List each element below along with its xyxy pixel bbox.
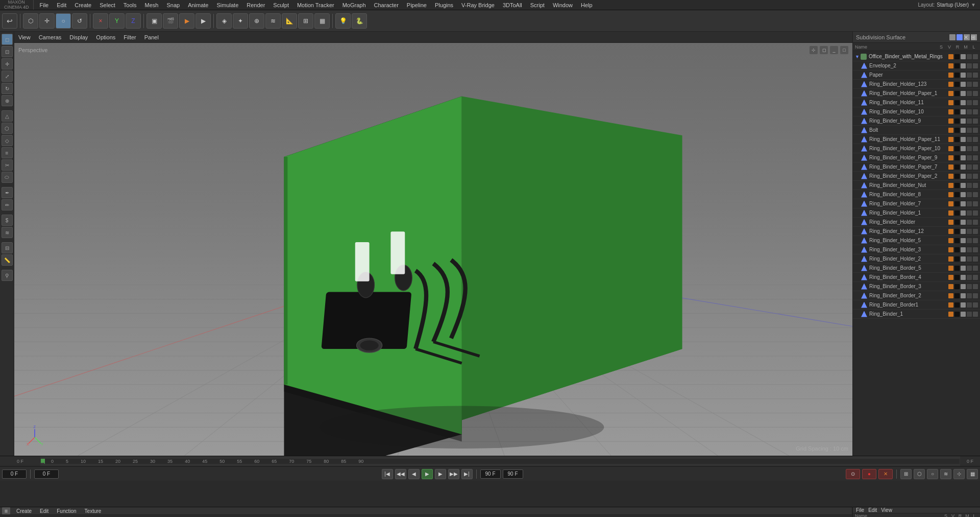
vp-panel-btn[interactable]: Panel	[142, 34, 161, 40]
tree-item-15[interactable]: Ring_Binder_Holder	[853, 218, 980, 227]
loop-cut[interactable]: ≡	[2, 147, 13, 158]
measure-tool[interactable]: 📏	[2, 254, 13, 266]
tree-item-25[interactable]: Ring_Binder_1	[853, 310, 980, 319]
menu-edit[interactable]: Edit	[53, 2, 70, 8]
vp-options-btn[interactable]: Options	[94, 34, 117, 40]
tree-item-21[interactable]: Ring_Binder_Border_4	[853, 273, 980, 282]
texture-tool[interactable]: ≋	[2, 227, 13, 238]
knife-tool[interactable]: ✂	[2, 159, 13, 171]
grid-btn[interactable]: ⊞	[298, 13, 313, 29]
go-start-btn[interactable]: |◀	[382, 469, 393, 479]
tree-item-root[interactable]: ▼ Office_Binder_with_Metal_Rings	[853, 52, 980, 61]
transform-tool[interactable]: ⊕	[2, 95, 13, 106]
timeline-bar[interactable]: 0 F 0 5 10 15 20 25 30 35 40	[0, 456, 980, 466]
tree-item-5[interactable]: Bolt	[853, 126, 980, 135]
cb-function-btn[interactable]: Function	[55, 508, 78, 514]
bridge-tool[interactable]: ⬭	[2, 172, 13, 183]
menu-mograph[interactable]: MoGraph	[338, 2, 370, 8]
menu-vray[interactable]: V-Ray Bridge	[457, 2, 499, 8]
menu-file[interactable]: File	[36, 2, 53, 8]
scene-btn[interactable]: ≋	[265, 13, 281, 29]
end-frame-input[interactable]	[503, 469, 523, 479]
vp-icon-1[interactable]: ⊹	[810, 46, 818, 54]
rp-icon-2[interactable]	[957, 34, 963, 40]
tree-item-10[interactable]: Ring_Binder_Holder_Paper_2	[853, 172, 980, 181]
vp-cameras-btn[interactable]: Cameras	[37, 34, 64, 40]
vp-view-btn[interactable]: View	[16, 34, 33, 40]
mode-btn3[interactable]: ≋	[940, 469, 951, 479]
move-tool[interactable]: ✛	[2, 58, 13, 69]
paint-tool[interactable]: $	[2, 215, 13, 226]
cb-icon[interactable]: ≡	[2, 507, 10, 514]
menu-motion-tracker[interactable]: Motion Tracker	[293, 2, 338, 8]
record-key-btn[interactable]: ●	[862, 469, 876, 479]
vp-display-btn[interactable]: Display	[67, 34, 90, 40]
rp-icon-4[interactable]: ⊞	[971, 34, 977, 40]
python-btn[interactable]: 🐍	[352, 13, 367, 29]
tree-item-18[interactable]: Ring_Binder_Holder_3	[853, 245, 980, 254]
br-view-btn[interactable]: View	[881, 507, 892, 513]
tree-item-20[interactable]: Ring_Binder_Border_5	[853, 264, 980, 273]
spline-pen[interactable]: ✒	[2, 187, 13, 198]
rotate-tool[interactable]: ↻	[2, 83, 13, 94]
tree-item-0[interactable]: Ring_Binder_Holder_123	[853, 80, 980, 89]
tag-btn[interactable]: ⊕	[249, 13, 264, 29]
tree-item-14[interactable]: Ring_Binder_Holder_1	[853, 208, 980, 218]
render-active-btn[interactable]: ▶	[195, 13, 211, 29]
menu-simulate[interactable]: Simulate	[212, 2, 242, 8]
br-file-btn[interactable]: File	[856, 507, 864, 513]
menu-sculpt[interactable]: Sculpt	[269, 2, 293, 8]
menu-help[interactable]: Help	[577, 2, 597, 8]
go-end-btn[interactable]: ▶|	[461, 469, 473, 479]
tree-item-7[interactable]: Ring_Binder_Holder_Paper_10	[853, 144, 980, 153]
scale-tool-btn[interactable]: ↺	[72, 13, 87, 29]
tree-item-23[interactable]: Ring_Binder_Border_2	[853, 291, 980, 300]
record-btn[interactable]: 🎬	[163, 13, 178, 29]
menu-tools[interactable]: Tools	[119, 2, 141, 8]
menu-pipeline[interactable]: Pipeline	[403, 2, 431, 8]
tree-item-4[interactable]: Ring_Binder_Holder_9	[853, 116, 980, 126]
keyframe-input[interactable]	[34, 469, 59, 479]
magnet-tool[interactable]: ⚲	[2, 270, 13, 281]
tree-item-19[interactable]: Ring_Binder_Holder_2	[853, 254, 980, 264]
select-tool[interactable]: ◻	[2, 34, 13, 45]
vp-icon-maximize[interactable]: □	[840, 46, 848, 54]
play-btn[interactable]: ▶	[422, 469, 433, 479]
next-frame-btn[interactable]: ▶	[435, 469, 446, 479]
light-btn[interactable]: 💡	[335, 13, 351, 29]
menu-script[interactable]: Script	[526, 2, 549, 8]
menu-3dtoall[interactable]: 3DToAll	[499, 2, 526, 8]
menu-mesh[interactable]: Mesh	[141, 2, 163, 8]
menu-render[interactable]: Render	[242, 2, 269, 8]
tree-item-13[interactable]: Ring_Binder_Holder_7	[853, 199, 980, 208]
start-frame-input[interactable]	[480, 469, 501, 479]
motion-path-btn[interactable]: ⊞	[900, 469, 912, 479]
tree-item-1[interactable]: Ring_Binder_Holder_Paper_1	[853, 89, 980, 98]
tree-item-2[interactable]: Ring_Binder_Holder_11	[853, 98, 980, 107]
live-select[interactable]: ⊡	[2, 46, 13, 57]
rp-icon-1[interactable]	[949, 34, 955, 40]
cb-texture-btn[interactable]: Texture	[83, 508, 104, 514]
viewport[interactable]: Perspective ⊹ ◻ _ □ Grid Spacing : 10 cm…	[14, 43, 852, 456]
prev-key-btn[interactable]: ◀◀	[395, 469, 406, 479]
tree-item-8[interactable]: Ring_Binder_Holder_Paper_9	[853, 153, 980, 162]
z-axis-btn[interactable]: Z	[126, 13, 141, 29]
y-axis-btn[interactable]: Y	[109, 13, 125, 29]
tree-item-paper[interactable]: Paper	[853, 70, 980, 80]
delete-key-btn[interactable]: ✕	[878, 469, 893, 479]
vp-filter-btn[interactable]: Filter	[121, 34, 138, 40]
render-region-btn[interactable]: ▣	[146, 13, 162, 29]
tree-item-16[interactable]: Ring_Binder_Holder_12	[853, 227, 980, 236]
next-key-btn[interactable]: ▶▶	[448, 469, 459, 479]
workplane-tool[interactable]: ⊟	[2, 242, 13, 253]
extrude-tool[interactable]: ⬡	[2, 123, 13, 134]
tree-item-17[interactable]: Ring_Binder_Holder_5	[853, 236, 980, 245]
mode-btn5[interactable]: ▦	[967, 469, 978, 479]
key-mode-btn[interactable]: ⬡	[914, 469, 925, 479]
rp-icon-3[interactable]: ✕	[964, 34, 970, 40]
tree-item-6[interactable]: Ring_Binder_Holder_Paper_11	[853, 135, 980, 144]
tree-item-22[interactable]: Ring_Binder_Border_3	[853, 282, 980, 291]
cb-edit-btn[interactable]: Edit	[38, 508, 51, 514]
tree-item-9[interactable]: Ring_Binder_Holder_Paper_7	[853, 162, 980, 172]
render-btn[interactable]: ▶	[179, 13, 194, 29]
